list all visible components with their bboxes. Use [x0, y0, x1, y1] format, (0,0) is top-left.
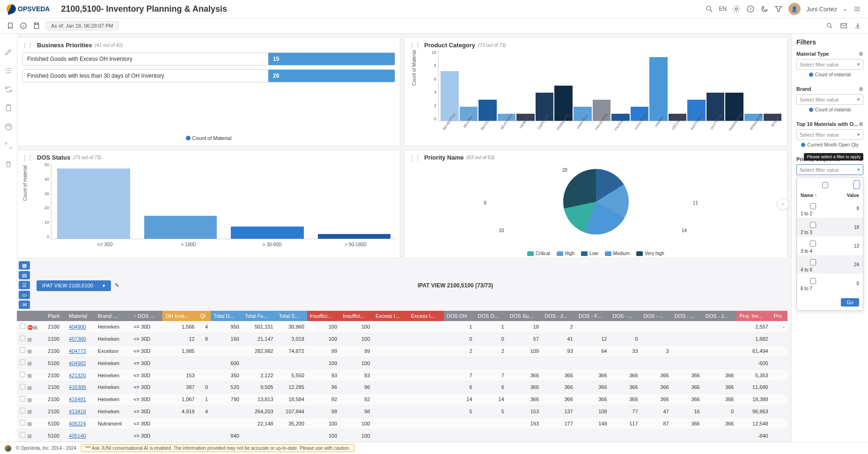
pc-bar[interactable] — [441, 71, 459, 121]
table-row[interactable]: ▦ 2100 416481 Heineken <= 30D 1,06717901… — [17, 393, 787, 405]
option-checkbox[interactable] — [803, 222, 823, 228]
pc-bar[interactable] — [649, 57, 668, 121]
material-link[interactable]: 404773 — [69, 348, 86, 354]
material-link[interactable]: 416308 — [69, 384, 86, 390]
download-icon[interactable] — [854, 22, 861, 29]
gear-icon[interactable] — [732, 5, 741, 13]
row-checkbox[interactable] — [20, 336, 25, 341]
legend-item[interactable]: Low — [581, 251, 598, 256]
table-row[interactable]: ▦ 2100 421320 Heineken <= 30D 1533502,12… — [17, 369, 787, 381]
row-menu-icon[interactable]: ▦ — [27, 348, 32, 354]
search-icon[interactable] — [705, 5, 714, 13]
row-checkbox[interactable] — [20, 359, 25, 365]
col-header[interactable]: DOS - J... — [542, 311, 576, 321]
legend-item[interactable]: Critical — [527, 251, 550, 256]
col-header[interactable]: DOS Su... — [507, 311, 542, 321]
col-header[interactable]: Insuffici... — [307, 311, 340, 321]
col-header[interactable]: Proj. Inv... — [736, 311, 771, 321]
clear-filter-icon[interactable]: ⊗ — [859, 86, 863, 92]
tiles-icon[interactable]: ▤ — [19, 271, 30, 279]
col-header[interactable]: DOS - F... — [576, 311, 610, 321]
col-header[interactable]: Insuffici... — [340, 311, 373, 321]
option-checkbox[interactable] — [803, 241, 823, 247]
clipboard-icon[interactable] — [4, 104, 13, 112]
col-header[interactable]: DOS - ... — [672, 311, 703, 321]
col-header[interactable]: ↑ DOS ... — [131, 311, 162, 321]
list-icon[interactable] — [4, 66, 13, 75]
avatar[interactable]: 👤 — [788, 3, 801, 15]
clear-filter-icon[interactable]: ⊗ — [859, 121, 863, 127]
legend-item[interactable]: Medium — [605, 251, 630, 256]
table-row[interactable]: ⛔▦ 2100 404900 Heineken <= 30D 1,5664950… — [17, 321, 787, 333]
next-panel-button[interactable]: › — [777, 198, 789, 210]
moon-icon[interactable] — [760, 5, 769, 13]
grid-icon[interactable]: ▦ — [19, 261, 30, 270]
chevron-down-icon[interactable]: ⌄ — [843, 6, 847, 12]
row-menu-icon[interactable]: ▦ — [27, 421, 32, 426]
col-header[interactable]: DOS - ... — [610, 311, 641, 321]
drag-icon[interactable]: ⋮⋮ — [22, 42, 33, 49]
col-header[interactable] — [17, 311, 45, 321]
filter-select[interactable]: Select filter value▾ — [796, 94, 863, 105]
drag-icon[interactable]: ⋮⋮ — [409, 42, 420, 49]
filter-radio[interactable]: Current Month Open Qty — [796, 142, 863, 147]
filter-option[interactable]: 1 to 28 — [797, 199, 863, 218]
select-all-checkbox[interactable] — [802, 182, 848, 188]
filter-search-input[interactable] — [853, 180, 860, 189]
filter-radio[interactable]: Count of material — [796, 107, 863, 112]
col-header[interactable]: DOS - J... — [703, 311, 737, 321]
row-menu-icon[interactable]: ▦ — [27, 373, 32, 378]
col-header[interactable]: Excess I... — [373, 311, 408, 321]
data-table[interactable]: PlantMaterialBrand ...↑ DOS ...OH Inve..… — [17, 311, 787, 442]
filter-icon[interactable] — [774, 5, 783, 13]
row-checkbox[interactable] — [20, 323, 25, 329]
row-checkbox[interactable] — [20, 347, 25, 353]
lang-label[interactable]: EN — [719, 6, 727, 12]
col-header[interactable]: Material — [66, 311, 95, 321]
material-link[interactable]: 421320 — [69, 373, 86, 378]
col-header[interactable]: DOS OH — [444, 311, 475, 321]
material-link[interactable]: 416481 — [69, 396, 86, 402]
edit-view-icon[interactable]: ✎ — [115, 282, 119, 289]
row-menu-icon[interactable]: ▦ — [27, 397, 32, 403]
menu-icon[interactable] — [853, 5, 861, 13]
material-link[interactable]: 407380 — [69, 336, 86, 342]
refresh-icon[interactable] — [4, 85, 13, 94]
col-header[interactable]: QI — [198, 311, 211, 321]
col-header[interactable]: OH Inve... — [162, 311, 197, 321]
row-menu-icon[interactable]: ▦ — [33, 324, 37, 330]
mail-rail-icon[interactable]: ✉ — [19, 300, 30, 309]
material-link[interactable]: 404902 — [69, 360, 86, 366]
option-checkbox[interactable] — [803, 278, 823, 284]
brand-logo[interactable]: OPSVEDA — [7, 4, 50, 14]
drag-icon[interactable]: ⋮⋮ — [409, 154, 420, 161]
filter-option[interactable]: 3 to 413 — [797, 236, 863, 255]
dos-bar[interactable] — [144, 216, 217, 239]
col-header[interactable]: Plant — [45, 311, 66, 321]
row-menu-icon[interactable]: ▦ — [27, 385, 32, 390]
table-row[interactable]: ▦ 2100 416308 Heineken <= 30D 38705209,5… — [17, 381, 787, 393]
col-header[interactable]: DOS O... — [475, 311, 507, 321]
material-link[interactable]: 405140 — [69, 433, 86, 439]
table-row[interactable]: ▦ 5100 404902 Heineken <= 30D 600 100100… — [17, 357, 787, 369]
col-header[interactable]: Total D... — [211, 311, 242, 321]
row-menu-icon[interactable]: ▦ — [27, 337, 32, 342]
dos-bar[interactable] — [318, 234, 391, 239]
go-button[interactable]: Go — [841, 298, 859, 307]
filter-option[interactable]: 2 to 318 — [797, 218, 863, 236]
filter-select[interactable]: Select filter value▾ — [796, 164, 863, 175]
col-header[interactable]: Pro — [771, 311, 787, 321]
username[interactable]: Juni Cortez — [806, 6, 837, 13]
expand-icon[interactable] — [4, 141, 13, 150]
trash-icon[interactable] — [4, 160, 13, 168]
legend-item[interactable]: High — [557, 251, 575, 256]
filter-select[interactable]: Select filter value▾ — [796, 129, 863, 140]
option-checkbox[interactable] — [803, 259, 823, 265]
mail-icon[interactable] — [840, 22, 847, 29]
clear-filter-icon[interactable]: ⊗ — [859, 51, 863, 57]
search-icon-2[interactable] — [826, 22, 833, 29]
row-checkbox[interactable] — [20, 408, 25, 413]
col-header[interactable]: DOS - ... — [641, 311, 672, 321]
material-link[interactable]: 413418 — [69, 409, 86, 414]
save-icon[interactable] — [33, 22, 40, 29]
